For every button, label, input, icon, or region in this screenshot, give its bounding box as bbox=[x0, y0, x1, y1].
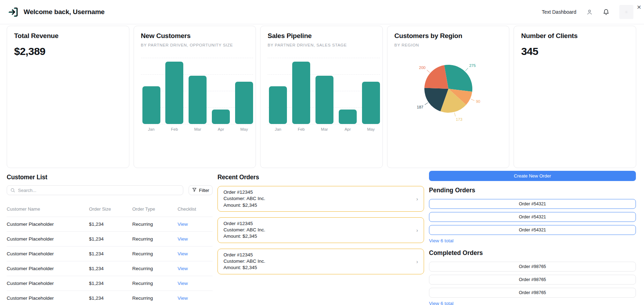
bar-apr bbox=[212, 110, 230, 124]
customer-list-panel: Customer List Filter Custome bbox=[7, 174, 213, 305]
pending-order-button[interactable]: Order #54321 bbox=[429, 225, 636, 235]
table-cell: $1,234 bbox=[89, 217, 133, 232]
order-detail-line: Amount: $2,345 bbox=[223, 202, 410, 208]
x-axis-label: Mar bbox=[189, 127, 207, 131]
view-link[interactable]: View bbox=[178, 251, 188, 256]
column-header: Order Size bbox=[89, 202, 133, 217]
pie-label: 90 bbox=[476, 99, 480, 104]
x-axis-label: Apr bbox=[212, 127, 230, 131]
order-detail-line: Amount: $2,345 bbox=[223, 233, 410, 239]
table-cell: $1,234 bbox=[89, 261, 133, 276]
x-axis-label: Jan bbox=[269, 127, 287, 131]
chevron-right-icon: › bbox=[416, 259, 418, 264]
card-total-revenue: Total Revenue $2,389 bbox=[7, 26, 129, 168]
chevron-right-icon: › bbox=[416, 196, 418, 202]
table-cell: Recurring bbox=[132, 217, 177, 232]
customer-table: Customer NameOrder SizeOrder TypeCheckli… bbox=[7, 202, 213, 305]
pie-slice-200 bbox=[424, 65, 448, 89]
x-axis-label: Feb bbox=[165, 127, 183, 131]
avatar[interactable]: ✳ bbox=[619, 5, 633, 19]
pending-view-total-link[interactable]: View 6 total bbox=[429, 238, 454, 243]
view-link[interactable]: View bbox=[178, 295, 188, 301]
total-revenue-value: $2,389 bbox=[14, 45, 122, 57]
bar-mar bbox=[189, 76, 207, 124]
completed-view-total-link[interactable]: View 6 total bbox=[429, 301, 454, 305]
card-title: Customers by Region bbox=[394, 32, 502, 40]
number-of-clients-value: 345 bbox=[521, 45, 629, 57]
completed-orders-heading: Completed Orders bbox=[429, 249, 636, 257]
pie-label-leader bbox=[465, 68, 468, 71]
filter-button[interactable]: Filter bbox=[189, 185, 213, 195]
sales-pipeline-bar-chart: JanFebMarAprMay bbox=[268, 58, 375, 131]
view-link[interactable]: View bbox=[178, 281, 188, 286]
x-axis-label: Jan bbox=[142, 127, 160, 131]
user-icon[interactable] bbox=[586, 9, 593, 15]
pie-label-leader bbox=[425, 102, 428, 105]
table-cell: Customer Placeholder bbox=[7, 232, 89, 247]
filter-label: Filter bbox=[199, 188, 209, 193]
recent-order-card[interactable]: Order #12345Customer: ABC Inc.Amount: $2… bbox=[217, 249, 424, 274]
new-customers-bar-chart: JanFebMarAprMay bbox=[141, 58, 249, 131]
bell-icon[interactable] bbox=[603, 9, 609, 15]
table-cell: Customer Placeholder bbox=[7, 247, 89, 261]
table-cell: View bbox=[178, 247, 213, 261]
card-customers-by-region: Customers by Region BY REGION 2759017318… bbox=[387, 26, 510, 168]
order-detail-line: Order #12345 bbox=[223, 189, 410, 195]
recent-orders-panel: Recent Orders Order #12345Customer: ABC … bbox=[217, 174, 424, 305]
completed-order-button[interactable]: Order #98765 bbox=[429, 262, 636, 272]
table-cell: View bbox=[178, 217, 213, 232]
order-detail-line: Amount: $2,345 bbox=[223, 264, 410, 271]
pending-orders-heading: Pending Orders bbox=[429, 187, 636, 194]
table-cell: $1,234 bbox=[89, 247, 133, 261]
table-cell: Recurring bbox=[132, 291, 177, 305]
pie-label-leader bbox=[427, 70, 430, 73]
bar-feb bbox=[165, 62, 183, 124]
completed-order-button[interactable]: Order #98765 bbox=[429, 275, 636, 285]
table-cell: Customer Placeholder bbox=[7, 217, 89, 232]
card-title: Total Revenue bbox=[14, 32, 122, 40]
card-new-customers: New Customers BY PARTNER DRIVEN, OPPORTU… bbox=[134, 26, 256, 168]
pie-label: 200 bbox=[419, 66, 425, 70]
card-title: Sales Pipeline bbox=[268, 32, 375, 40]
x-axis-label: Mar bbox=[315, 127, 333, 131]
table-cell: View bbox=[178, 291, 213, 305]
table-cell: Recurring bbox=[132, 261, 177, 276]
orders-panel: Create New Order Pending Orders Order #5… bbox=[429, 171, 636, 305]
sparkle-icon: ✳ bbox=[625, 10, 628, 15]
view-link[interactable]: View bbox=[178, 236, 188, 242]
x-axis-label: May bbox=[235, 127, 253, 131]
view-link[interactable]: View bbox=[178, 266, 188, 271]
table-cell: Recurring bbox=[132, 276, 177, 291]
search-input[interactable] bbox=[7, 185, 183, 195]
page-title: Welcome back, Username bbox=[24, 8, 105, 16]
table-cell: Recurring bbox=[132, 247, 177, 261]
recent-orders-heading: Recent Orders bbox=[217, 174, 424, 181]
table-cell: View bbox=[178, 261, 213, 276]
close-icon[interactable]: × bbox=[635, 3, 643, 11]
table-row: Customer Placeholder$1,234RecurringView bbox=[7, 291, 213, 305]
pie-label-leader bbox=[454, 113, 455, 117]
pending-order-button[interactable]: Order #54321 bbox=[429, 212, 636, 222]
bar-may bbox=[235, 82, 253, 124]
create-new-order-button[interactable]: Create New Order bbox=[429, 171, 636, 181]
bar-feb bbox=[292, 62, 310, 124]
column-header: Checklist bbox=[178, 202, 213, 217]
view-link[interactable]: View bbox=[178, 222, 188, 227]
table-cell: View bbox=[178, 232, 213, 247]
completed-order-button[interactable]: Order #98765 bbox=[429, 288, 636, 298]
recent-order-card[interactable]: Order #12345Customer: ABC Inc.Amount: $2… bbox=[217, 186, 424, 212]
order-detail-line: Order #12345 bbox=[223, 220, 410, 227]
bottom-section: Customer List Filter Custome bbox=[0, 168, 644, 305]
order-detail-line: Order #12345 bbox=[223, 252, 410, 258]
bar-jan bbox=[142, 86, 160, 124]
card-number-of-clients: Number of Clients 345 bbox=[514, 26, 636, 168]
table-row: Customer Placeholder$1,234RecurringView bbox=[7, 247, 213, 261]
table-cell: Recurring bbox=[132, 232, 177, 247]
table-row: Customer Placeholder$1,234RecurringView bbox=[7, 261, 213, 276]
card-subtitle: BY REGION bbox=[394, 43, 502, 47]
table-row: Customer Placeholder$1,234RecurringView bbox=[7, 232, 213, 247]
region-pie-chart: 27590173187200 bbox=[394, 50, 502, 131]
card-subtitle: BY PARTNER DRIVEN, SALES STAGE bbox=[268, 43, 375, 47]
pending-order-button[interactable]: Order #54321 bbox=[429, 199, 636, 209]
recent-order-card[interactable]: Order #12345Customer: ABC Inc.Amount: $2… bbox=[217, 217, 424, 243]
